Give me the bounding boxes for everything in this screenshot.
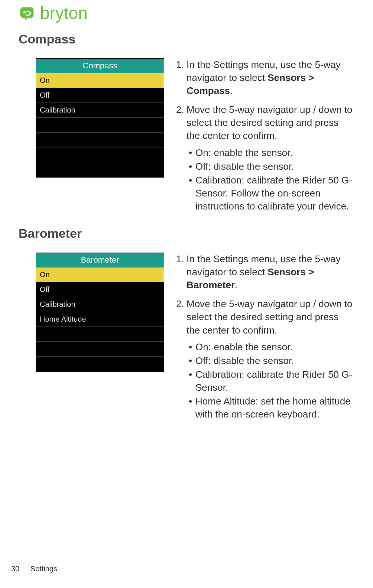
step-number: 2.	[176, 298, 186, 422]
bullet-icon: •	[189, 160, 195, 173]
bullet-text: Calibration: calibrate the Rider 50 G-Se…	[195, 174, 354, 213]
bullet-text: On: enable the sensor.	[195, 341, 354, 354]
list-item-empty	[36, 327, 164, 342]
svg-point-0	[23, 11, 26, 13]
barometer-instructions: 1. In the Settings menu, use the 5-way n…	[176, 253, 354, 428]
barometer-heading: Barometer	[19, 226, 354, 241]
compass-instructions: 1. In the Settings menu, use the 5-way n…	[176, 58, 354, 220]
list-item-empty	[36, 118, 164, 133]
barometer-row: Barometer On Off Calibration Home Altitu…	[36, 253, 354, 428]
list-item-empty	[36, 342, 164, 357]
step-text-part: .	[230, 85, 233, 96]
step-text-part: In the Settings menu, use the 5-way navi…	[186, 59, 341, 83]
step-text: Move the 5-way navigator up / down to se…	[186, 298, 354, 422]
list-item[interactable]: On	[36, 73, 164, 88]
brand-logo: bryton	[19, 3, 354, 23]
bullet-icon: •	[189, 368, 195, 394]
barometer-device-screen: Barometer On Off Calibration Home Altitu…	[36, 253, 164, 372]
bullet-text: Off: disable the sensor.	[195, 160, 354, 173]
step-text-part: .	[235, 279, 237, 290]
list-item[interactable]: Home Altitude	[36, 312, 164, 327]
list-item[interactable]: Off	[36, 88, 164, 103]
list-item-empty	[36, 357, 164, 371]
bullet-text: On: enable the sensor.	[195, 146, 354, 159]
list-item[interactable]: On	[36, 267, 164, 282]
bullet-icon: •	[189, 174, 195, 213]
step-text: In the Settings menu, use the 5-way navi…	[186, 58, 354, 97]
compass-row: Compass On Off Calibration 1. In the Set…	[36, 58, 354, 220]
list-item-empty	[36, 133, 164, 147]
compass-screen-header: Compass	[36, 59, 164, 73]
step-number: 1.	[176, 58, 186, 97]
step-text: In the Settings menu, use the 5-way navi…	[186, 253, 354, 292]
page-number: 30	[11, 565, 19, 573]
list-item-empty	[36, 162, 164, 177]
step-text-part: Move the 5-way navigator up / down to se…	[186, 298, 353, 335]
compass-heading: Compass	[19, 32, 354, 46]
footer-label: Settings	[30, 565, 57, 573]
step-text: Move the 5-way navigator up / down to se…	[186, 103, 354, 214]
bullet-icon: •	[189, 354, 195, 367]
bullet-text: Home Altitude: set the home altitude wit…	[195, 395, 354, 421]
list-item-empty	[36, 147, 164, 162]
compass-device-screen: Compass On Off Calibration	[36, 58, 164, 178]
bullet-icon: •	[189, 146, 195, 159]
bullet-icon: •	[189, 395, 195, 421]
step-text-part: In the Settings menu, use the 5-way navi…	[186, 253, 341, 277]
bullet-text: Off: disable the sensor.	[195, 354, 354, 367]
step-number: 2.	[176, 103, 186, 214]
list-item[interactable]: Off	[36, 282, 164, 297]
bullet-text: Calibration: calibrate the Rider 50 G-Se…	[195, 368, 354, 394]
step-text-part: Move the 5-way navigator up / down to se…	[186, 104, 353, 141]
list-item[interactable]: Calibration	[36, 297, 164, 312]
page-footer: 30 Settings	[11, 565, 57, 573]
bullet-icon: •	[189, 341, 195, 354]
brand-mark-icon	[19, 5, 35, 21]
list-item[interactable]: Calibration	[36, 103, 164, 118]
brand-text: bryton	[40, 3, 88, 23]
barometer-screen-header: Barometer	[36, 253, 164, 267]
step-number: 1.	[176, 253, 186, 292]
